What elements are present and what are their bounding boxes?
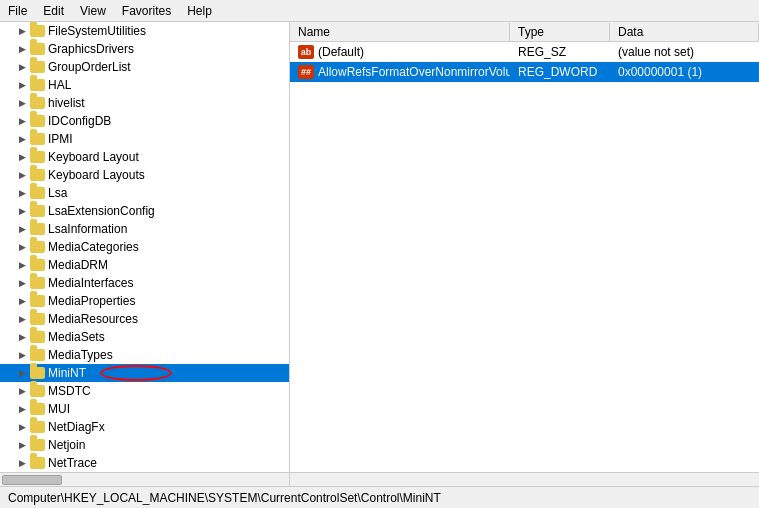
tree-item-mediasets[interactable]: MediaSets	[0, 328, 289, 346]
value-type-0: REG_SZ	[510, 43, 610, 61]
expand-arrow-mediasets[interactable]	[16, 331, 28, 343]
menu-view[interactable]: View	[72, 2, 114, 20]
tree-item-mui[interactable]: MUI	[0, 400, 289, 418]
expand-arrow-fsutils[interactable]	[16, 25, 28, 37]
tree-item-idconfigdb[interactable]: IDConfigDB	[0, 112, 289, 130]
tree-item-netjoin[interactable]: Netjoin	[0, 436, 289, 454]
expand-arrow-hivelist[interactable]	[16, 97, 28, 109]
tree-label-grouporderlist: GroupOrderList	[48, 60, 131, 74]
tree-item-mediainterfaces[interactable]: MediaInterfaces	[0, 274, 289, 292]
tree-item-minitnt[interactable]: MiniNT	[0, 364, 289, 382]
tree-label-hivelist: hivelist	[48, 96, 85, 110]
tree-label-lsa: Lsa	[48, 186, 67, 200]
tree-item-ipmi[interactable]: IPMI	[0, 130, 289, 148]
col-header-data: Data	[610, 23, 759, 41]
value-row-1[interactable]: ##AllowRefsFormatOverNonmirrorVolumeREG_…	[290, 62, 759, 82]
value-type-1: REG_DWORD	[510, 63, 610, 81]
tree-item-mediacats[interactable]: MediaCategories	[0, 238, 289, 256]
tree-item-gfxdrivers[interactable]: GraphicsDrivers	[0, 40, 289, 58]
tree-label-mui: MUI	[48, 402, 70, 416]
tree-item-lsainfo[interactable]: LsaInformation	[0, 220, 289, 238]
tree-label-mediatypes: MediaTypes	[48, 348, 113, 362]
expand-arrow-mediainterfaces[interactable]	[16, 277, 28, 289]
expand-arrow-mediaprops[interactable]	[16, 295, 28, 307]
expand-arrow-netdiagfx[interactable]	[16, 421, 28, 433]
tree-label-idconfigdb: IDConfigDB	[48, 114, 111, 128]
expand-arrow-netjoin[interactable]	[16, 439, 28, 451]
values-header: Name Type Data	[290, 22, 759, 42]
expand-arrow-mediadrm[interactable]	[16, 259, 28, 271]
values-body[interactable]: ab(Default)REG_SZ(value not set)##AllowR…	[290, 42, 759, 472]
menu-favorites[interactable]: Favorites	[114, 2, 179, 20]
tree-label-mediadrm: MediaDRM	[48, 258, 108, 272]
folder-icon-grouporderlist	[29, 59, 45, 75]
folder-icon-msdtc	[29, 383, 45, 399]
tree-hscroll-thumb[interactable]	[2, 475, 62, 485]
expand-arrow-ipmi[interactable]	[16, 133, 28, 145]
expand-arrow-msdtc[interactable]	[16, 385, 28, 397]
expand-arrow-grouporderlist[interactable]	[16, 61, 28, 73]
col-header-type: Type	[510, 23, 610, 41]
tree-item-netdiagfx[interactable]: NetDiagFx	[0, 418, 289, 436]
expand-arrow-kblayout[interactable]	[16, 151, 28, 163]
folder-icon-mui	[29, 401, 45, 417]
col-header-name: Name	[290, 23, 510, 41]
folder-icon-nettrace	[29, 455, 45, 471]
tree-item-grouporderlist[interactable]: GroupOrderList	[0, 58, 289, 76]
tree-item-lsa[interactable]: Lsa	[0, 184, 289, 202]
tree-item-kblayouts[interactable]: Keyboard Layouts	[0, 166, 289, 184]
folder-icon-mediasets	[29, 329, 45, 345]
folder-icon-lsaext	[29, 203, 45, 219]
tree-item-mediares[interactable]: MediaResources	[0, 310, 289, 328]
value-name-1: ##AllowRefsFormatOverNonmirrorVolume	[290, 63, 510, 81]
tree-item-hivelist[interactable]: hivelist	[0, 94, 289, 112]
folder-icon-mediadrm	[29, 257, 45, 273]
expand-arrow-kblayouts[interactable]	[16, 169, 28, 181]
tree-hscroll[interactable]	[0, 473, 290, 486]
tree-scroll[interactable]: FileSystemUtilitiesGraphicsDriversGroupO…	[0, 22, 289, 472]
expand-arrow-mui[interactable]	[16, 403, 28, 415]
menu-help[interactable]: Help	[179, 2, 220, 20]
expand-arrow-mediatypes[interactable]	[16, 349, 28, 361]
main-content: FileSystemUtilitiesGraphicsDriversGroupO…	[0, 22, 759, 472]
tree-panel: FileSystemUtilitiesGraphicsDriversGroupO…	[0, 22, 290, 472]
folder-icon-mediares	[29, 311, 45, 327]
expand-arrow-lsa[interactable]	[16, 187, 28, 199]
statusbar-text: Computer\HKEY_LOCAL_MACHINE\SYSTEM\Curre…	[8, 491, 441, 505]
values-panel: Name Type Data ab(Default)REG_SZ(value n…	[290, 22, 759, 472]
tree-item-mediaprops[interactable]: MediaProperties	[0, 292, 289, 310]
tree-item-mediatypes[interactable]: MediaTypes	[0, 346, 289, 364]
tree-item-kblayout[interactable]: Keyboard Layout	[0, 148, 289, 166]
folder-icon-fsutils	[29, 23, 45, 39]
tree-label-mediacats: MediaCategories	[48, 240, 139, 254]
value-data-0: (value not set)	[610, 43, 759, 61]
folder-icon-kblayout	[29, 149, 45, 165]
value-row-0[interactable]: ab(Default)REG_SZ(value not set)	[290, 42, 759, 62]
tree-item-nettrace[interactable]: NetTrace	[0, 454, 289, 472]
values-hscroll[interactable]	[290, 473, 759, 486]
tree-item-lsaext[interactable]: LsaExtensionConfig	[0, 202, 289, 220]
tree-item-msdtc[interactable]: MSDTC	[0, 382, 289, 400]
folder-icon-idconfigdb	[29, 113, 45, 129]
folder-icon-kblayouts	[29, 167, 45, 183]
expand-arrow-mediares[interactable]	[16, 313, 28, 325]
menu-edit[interactable]: Edit	[35, 2, 72, 20]
menu-file[interactable]: File	[0, 2, 35, 20]
expand-arrow-mediacats[interactable]	[16, 241, 28, 253]
expand-arrow-hal[interactable]	[16, 79, 28, 91]
tree-item-mediadrm[interactable]: MediaDRM	[0, 256, 289, 274]
tree-item-hal[interactable]: HAL	[0, 76, 289, 94]
expand-arrow-idconfigdb[interactable]	[16, 115, 28, 127]
expand-arrow-lsaext[interactable]	[16, 205, 28, 217]
expand-arrow-lsainfo[interactable]	[16, 223, 28, 235]
value-name-0: ab(Default)	[290, 43, 510, 61]
tree-item-fsutils[interactable]: FileSystemUtilities	[0, 22, 289, 40]
expand-arrow-nettrace[interactable]	[16, 457, 28, 469]
folder-icon-netdiagfx	[29, 419, 45, 435]
expand-arrow-gfxdrivers[interactable]	[16, 43, 28, 55]
folder-icon-netjoin	[29, 437, 45, 453]
folder-icon-lsa	[29, 185, 45, 201]
folder-icon-mediaprops	[29, 293, 45, 309]
expand-arrow-minitnt[interactable]	[16, 367, 28, 379]
value-type-icon-0: ab	[298, 45, 314, 59]
